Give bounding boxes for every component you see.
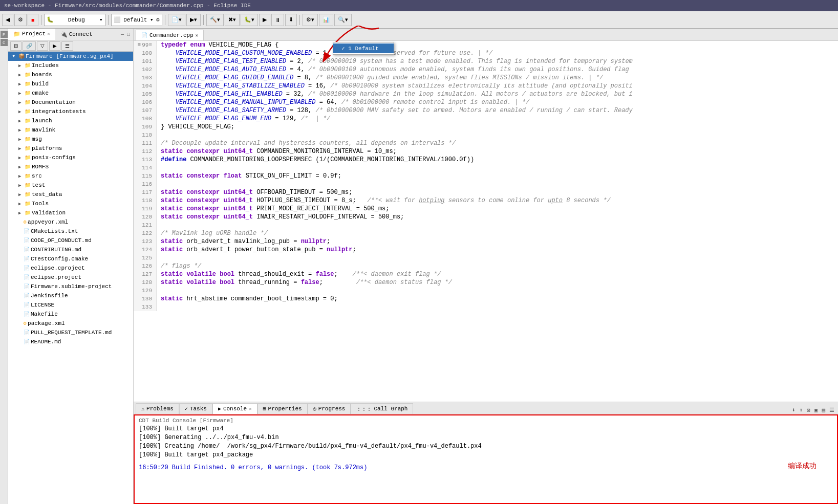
tab-project[interactable]: 📁 Project ✕ [8, 29, 55, 40]
line-num-111: 111 [134, 139, 157, 147]
tree-label-includes: Includes [32, 62, 59, 69]
code-content-122: /* Mavlink log uORB handle */ [157, 229, 838, 237]
tree-item-readme[interactable]: 📄 README.md [8, 337, 133, 346]
tree-item-contributing[interactable]: 📄 CONTRIBUTING.md [8, 245, 133, 254]
tree-arrow-platforms: ▶ [18, 146, 24, 151]
sidebar-icon-1[interactable]: P [1, 31, 8, 38]
console-scroll-down[interactable]: ⬇ [790, 406, 797, 414]
tree-item-code-of-conduct[interactable]: 📄 CODE_OF_CONDUCT.md [8, 236, 133, 245]
code-content-101: VEHICLE_MODE_FLAG_TEST_ENABLED = 2, /* 0… [157, 57, 838, 65]
code-content-109: } VEHICLE_MODE_FLAG; [157, 123, 838, 131]
tree-item-test[interactable]: ▶ 📁 test [8, 181, 133, 190]
toolbar-misc-btn[interactable]: ⚙▾ [303, 14, 318, 26]
default-label: Default [123, 17, 147, 23]
tree-item-cmake[interactable]: ▶ 📁 cmake [8, 89, 133, 98]
code-line-126: 126 /* flags */ [134, 262, 838, 270]
toolbar-build-btn[interactable]: 🔨▾ [206, 14, 224, 26]
dropdown-item-default[interactable]: 1 Default [333, 43, 394, 53]
toolbar-step-btn[interactable]: ⬇ [285, 14, 297, 26]
toolbar-pause-btn[interactable]: ⏸ [271, 14, 284, 26]
tree-item-boards[interactable]: ▶ 📁 boards [8, 70, 133, 79]
tree-item-launch[interactable]: ▶ 📁 launch [8, 116, 133, 125]
bottom-tab-tasks[interactable]: ✓ Tasks [179, 403, 212, 414]
dropdown-popup[interactable]: 1 Default [333, 42, 394, 55]
console-tab-close: ✕ [249, 406, 251, 412]
tree-item-eclipse-cproject[interactable]: 📄 eclipse.cproject [8, 264, 133, 273]
problems-label: Problems [146, 406, 174, 412]
editor-tab-commander[interactable]: 📄 Commander.cpp ✕ [136, 30, 204, 40]
tree-item-posix-configs[interactable]: ▶ 📁 posix-configs [8, 153, 133, 162]
sidebar-icon-2[interactable]: C [1, 39, 8, 46]
tree-item-cmakelists[interactable]: 📄 CMakeLists.txt [8, 227, 133, 236]
toolbar-run-btn[interactable]: ▶▾ [186, 14, 201, 26]
tree-label-ctestconfig: CTestConfig.cmake [31, 256, 88, 262]
panel-minimize-btn[interactable]: — [120, 31, 125, 38]
line-num-117: 117 [134, 188, 157, 196]
console-layout2[interactable]: ▤ [820, 406, 827, 414]
line-num-127: 127 [134, 270, 157, 278]
tree-item-jenkinsfile[interactable]: 📄 Jenkinsfile [8, 291, 133, 300]
tree-item-includes[interactable]: ▶ 📁 Includes [8, 61, 133, 70]
tree-label-package-xml: package.xml [28, 320, 65, 326]
toolbar-file-btn[interactable]: 📄▾ [168, 14, 185, 26]
tree-item-build[interactable]: ▶ 📁 build [8, 79, 133, 89]
tree-item-validation[interactable]: ▶ 📁 validation [8, 208, 133, 217]
toolbar-misc2-btn[interactable]: 📊 [319, 14, 333, 26]
toolbar-stop-btn[interactable]: ■ [28, 14, 38, 26]
tree-item-firmware-sublime[interactable]: 📄 Firmware.sublime-project [8, 282, 133, 291]
bottom-tab-callgraph[interactable]: ⋮⋮⋮ Call Graph [351, 403, 413, 414]
proj-filter-btn[interactable]: ▽ [37, 41, 48, 51]
toolbar-misc3-btn[interactable]: 🔍▾ [334, 14, 352, 26]
tab-connect[interactable]: 🔌 Connect [55, 29, 98, 40]
tree-item-eclipse-project[interactable]: 📄 eclipse.project [8, 273, 133, 282]
tree-item-msg[interactable]: ▶ 📁 msg [8, 135, 133, 144]
tree-item-platforms[interactable]: ▶ 📁 platforms [8, 144, 133, 153]
code-editor[interactable]: 99≡ typedef enum VEHICLE_MODE_FLAG { 100… [134, 41, 838, 402]
tree-item-mavlink[interactable]: ▶ 📁 mavlink [8, 125, 133, 135]
toolbar-back-btn[interactable]: ◀ [2, 14, 13, 26]
proj-menu-btn[interactable]: ☰ [61, 41, 73, 51]
tree-item-documentation[interactable]: ▶ 📁 Documentation [8, 98, 133, 107]
tree-item-license[interactable]: 📄 LICENSE [8, 300, 133, 310]
console-layout1[interactable]: ▣ [813, 406, 820, 414]
toolbar-debug2-btn[interactable]: 🐛▾ [241, 14, 258, 26]
tree-arrow-launch: ▶ [18, 118, 24, 124]
tree-item-romfs[interactable]: ▶ 📁 ROMFS [8, 162, 133, 171]
bottom-tab-properties[interactable]: ⊞ Properties [257, 403, 308, 414]
tree-icon-platforms: 📁 [25, 145, 31, 151]
proj-next-btn[interactable]: ▶ [49, 41, 60, 51]
project-tab-icon: 📁 [13, 31, 20, 37]
bottom-tab-progress[interactable]: ◷ Progress [308, 403, 351, 414]
debug-selector[interactable]: 🐛 Debug ▾ [44, 14, 105, 26]
code-content-114 [157, 164, 838, 172]
tree-item-pull-request[interactable]: 📄 PULL_REQUEST_TEMPLATE.md [8, 328, 133, 337]
bottom-tab-console[interactable]: ▶ Console ✕ [212, 403, 257, 414]
tree-item-tools[interactable]: ▶ 📁 Tools [8, 199, 133, 208]
tree-item-makefile[interactable]: 📄 Makefile [8, 310, 133, 319]
default-selector[interactable]: ⬜ Default ▾ ⚙ [111, 14, 162, 26]
tree-label-firmware: Firmware [Firmware.sg_px4] [26, 53, 114, 59]
toolbar-play-btn[interactable]: ▶ [259, 14, 270, 26]
panel-maximize-btn[interactable]: □ [126, 31, 131, 38]
bottom-tab-problems[interactable]: ⚠ Problems [136, 403, 179, 414]
proj-collapse-btn[interactable]: ⊟ [10, 41, 22, 51]
proj-link-btn[interactable]: 🔗 [23, 41, 36, 51]
tree-item-firmware[interactable]: ▼ 📦 Firmware [Firmware.sg_px4] [8, 52, 133, 61]
tree-item-test-data[interactable]: ▶ 📁 test_data [8, 190, 133, 199]
toolbar-settings-btn[interactable]: ⚙ [14, 14, 27, 26]
tree-item-package-xml[interactable]: ⚙ package.xml [8, 319, 133, 328]
connect-icon: 🔌 [60, 31, 68, 38]
line-num-122: 122 [134, 229, 157, 237]
tree-item-src[interactable]: ▶ 📁 src [8, 171, 133, 181]
tree-item-ctestconfig[interactable]: 📄 CTestConfig.cmake [8, 254, 133, 264]
tree-item-integrationtests[interactable]: ▶ 📁 integrationtests [8, 107, 133, 116]
tree-item-appveyor[interactable]: ⚙ appveyor.xml [8, 217, 133, 227]
code-line-121: 121 [134, 221, 838, 229]
tree-arrow-cmake: ▶ [18, 91, 24, 96]
console-menu[interactable]: ☰ [828, 406, 836, 414]
console-clear[interactable]: ⊠ [805, 406, 812, 414]
toolbar-clean-btn[interactable]: ✖▾ [225, 14, 240, 26]
console-scroll-up[interactable]: ⬆ [798, 406, 805, 414]
console-content[interactable]: CDT Build Console [Firmware] [100%] Buil… [134, 414, 838, 504]
code-content-121 [157, 221, 838, 229]
